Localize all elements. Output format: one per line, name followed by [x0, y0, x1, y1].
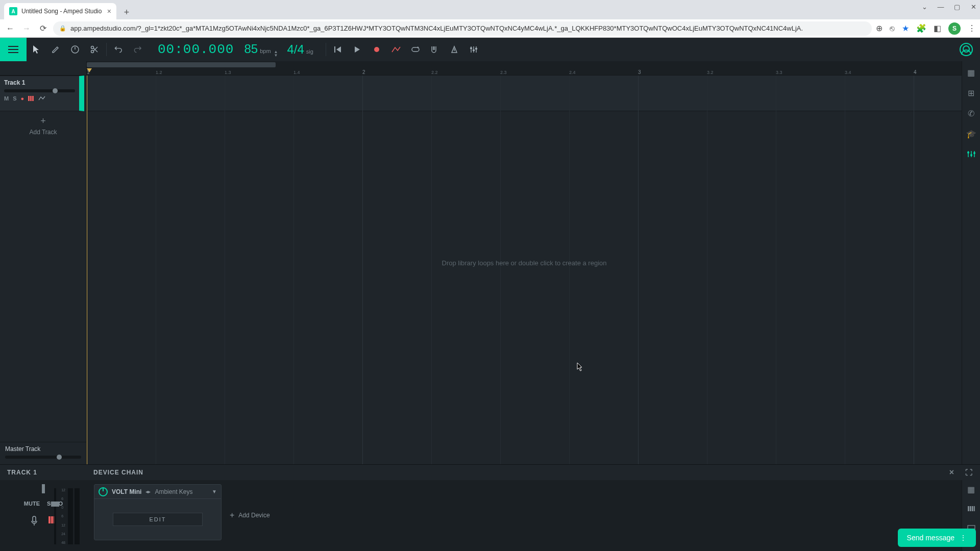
- learn-icon[interactable]: 🎓: [966, 129, 976, 139]
- input-mic-icon[interactable]: [31, 516, 38, 526]
- mixer-icon[interactable]: [464, 38, 483, 61]
- address-bar[interactable]: 🔒 app.ampedstudio.com/?_gl=1*zkt20c*_ga*…: [53, 21, 872, 36]
- forward-button[interactable]: →: [20, 22, 33, 35]
- device-name: VOLT Mini: [112, 488, 141, 495]
- arm-record-icon[interactable]: ●: [21, 95, 24, 102]
- panel-tab-2-icon[interactable]: [966, 504, 976, 514]
- redo-button[interactable]: [128, 38, 148, 61]
- main-menu-button[interactable]: [0, 38, 27, 61]
- ruler-mark: 2: [362, 69, 365, 75]
- new-tab-button[interactable]: +: [119, 5, 134, 19]
- undo-button[interactable]: [109, 38, 128, 61]
- translate-icon[interactable]: ⎋: [890, 24, 895, 33]
- plus-icon: +: [230, 511, 234, 520]
- timesig-display[interactable]: 4/4 sig: [287, 42, 313, 57]
- master-track-name: Master Track: [5, 445, 81, 453]
- arrangement-grid[interactable]: [87, 76, 962, 464]
- mouse-cursor-icon: [577, 362, 583, 371]
- bpm-label: bpm: [260, 48, 271, 54]
- bpm-display[interactable]: 85 bpm ▲▼: [244, 42, 278, 57]
- bpm-stepper[interactable]: ▲▼: [274, 50, 278, 57]
- panel-expand-icon[interactable]: ⛶: [965, 468, 973, 477]
- reload-button[interactable]: ⟳: [37, 22, 49, 35]
- track-name: Track 1: [4, 79, 75, 86]
- back-button[interactable]: ←: [4, 22, 16, 35]
- ai-icon[interactable]: [966, 149, 976, 159]
- snap-button[interactable]: [425, 38, 445, 61]
- track-lane-1[interactable]: [87, 76, 962, 111]
- track-volume-slider[interactable]: [4, 89, 75, 92]
- maximize-icon[interactable]: ▢: [953, 3, 961, 11]
- channel-strip: MUTE SOLO 12606122448: [0, 465, 87, 551]
- svg-rect-15: [475, 48, 477, 49]
- playhead-line: [87, 76, 87, 464]
- master-track-header[interactable]: Master Track: [0, 442, 86, 464]
- minimize-icon[interactable]: —: [937, 3, 944, 11]
- browser-tab[interactable]: A Untitled Song - Amped Studio ×: [4, 3, 116, 19]
- ruler-mark: 3.3: [776, 70, 782, 75]
- app-toolbar: 00:00.000 85 bpm ▲▼ 4/4 sig: [0, 38, 980, 61]
- library-icon[interactable]: ▦: [966, 67, 976, 78]
- arrangement-area[interactable]: 11.21.31.422.22.32.433.23.33.44 Drop lib…: [87, 61, 962, 464]
- svg-rect-31: [972, 506, 973, 511]
- install-icon[interactable]: ⊕: [876, 23, 883, 33]
- profile-avatar[interactable]: S: [948, 22, 961, 35]
- panel-tab-1-icon[interactable]: ▦: [966, 484, 976, 494]
- master-volume-slider[interactable]: [5, 456, 81, 459]
- tab-close-icon[interactable]: ×: [107, 7, 111, 15]
- ruler-mark: 3.2: [707, 70, 714, 75]
- track-header-1[interactable]: Track 1 M S ●: [0, 76, 84, 111]
- track-header-column: Track 1 M S ● + Add Track: [0, 61, 87, 464]
- ruler-mark: 2.3: [500, 70, 507, 75]
- time-display[interactable]: 00:00.000: [158, 42, 234, 57]
- extensions-icon[interactable]: 🧩: [916, 23, 926, 33]
- sidepanel-icon[interactable]: ◧: [934, 23, 941, 33]
- loop-button[interactable]: [406, 38, 425, 61]
- play-button[interactable]: [348, 38, 367, 61]
- app-root: 00:00.000 85 bpm ▲▼ 4/4 sig: [0, 38, 980, 551]
- window-controls: ⌄ — ▢ ✕: [921, 3, 977, 11]
- pointer-tool[interactable]: [27, 38, 46, 61]
- solo-toggle[interactable]: S: [13, 95, 16, 102]
- device-volt-mini[interactable]: VOLT Mini ◂▸ Ambient Keys ▼ EDIT: [94, 484, 222, 540]
- device-power-icon[interactable]: [99, 487, 108, 496]
- device-preset[interactable]: Ambient Keys: [155, 488, 192, 495]
- kebab-menu-icon[interactable]: ⋮: [968, 23, 976, 33]
- device-panel-header: TRACK 1 DEVICE CHAIN × ⛶: [0, 465, 980, 480]
- countdown-icon[interactable]: [445, 38, 464, 61]
- svg-rect-13: [470, 47, 472, 49]
- account-icon[interactable]: [960, 43, 973, 56]
- send-message-button[interactable]: Send message: [898, 529, 976, 547]
- device-edit-button[interactable]: EDIT: [113, 513, 202, 526]
- timesig-value: 4/4: [287, 42, 304, 57]
- record-button[interactable]: [367, 38, 386, 61]
- chevron-down-icon[interactable]: ⌄: [921, 3, 928, 11]
- metronome-tool[interactable]: [65, 38, 85, 61]
- preset-nav-icon[interactable]: ◂▸: [145, 489, 151, 494]
- automation-icon[interactable]: [386, 38, 406, 61]
- rewind-button[interactable]: [328, 38, 348, 61]
- pan-indicator[interactable]: [42, 484, 45, 493]
- close-window-icon[interactable]: ✕: [970, 3, 977, 11]
- midi-icon[interactable]: [28, 96, 34, 101]
- timeline-ruler[interactable]: 11.21.31.422.22.32.433.23.33.44: [87, 61, 962, 76]
- preset-dropdown-icon[interactable]: ▼: [212, 489, 217, 494]
- channel-fader[interactable]: [51, 488, 60, 544]
- scissors-tool[interactable]: [85, 38, 104, 61]
- pencil-tool[interactable]: [46, 38, 65, 61]
- grid-icon[interactable]: ⊞: [966, 88, 976, 98]
- hamburger-icon: [8, 46, 18, 53]
- add-track-button[interactable]: + Add Track: [0, 111, 86, 140]
- mute-toggle[interactable]: M: [4, 95, 9, 102]
- add-device-button[interactable]: + Add Device: [230, 511, 270, 520]
- automation-toggle-icon[interactable]: [38, 96, 45, 101]
- add-device-label: Add Device: [238, 512, 270, 519]
- svg-point-22: [967, 152, 969, 154]
- phone-icon[interactable]: ✆: [966, 108, 976, 118]
- channel-mute-button[interactable]: MUTE: [24, 500, 40, 507]
- svg-rect-17: [30, 96, 32, 101]
- right-sidebar: ▦ ⊞ ✆ 🎓: [962, 61, 980, 464]
- tab-title: Untitled Song - Amped Studio: [21, 8, 102, 15]
- bookmark-star-icon[interactable]: ★: [902, 23, 909, 33]
- panel-close-icon[interactable]: ×: [949, 468, 954, 477]
